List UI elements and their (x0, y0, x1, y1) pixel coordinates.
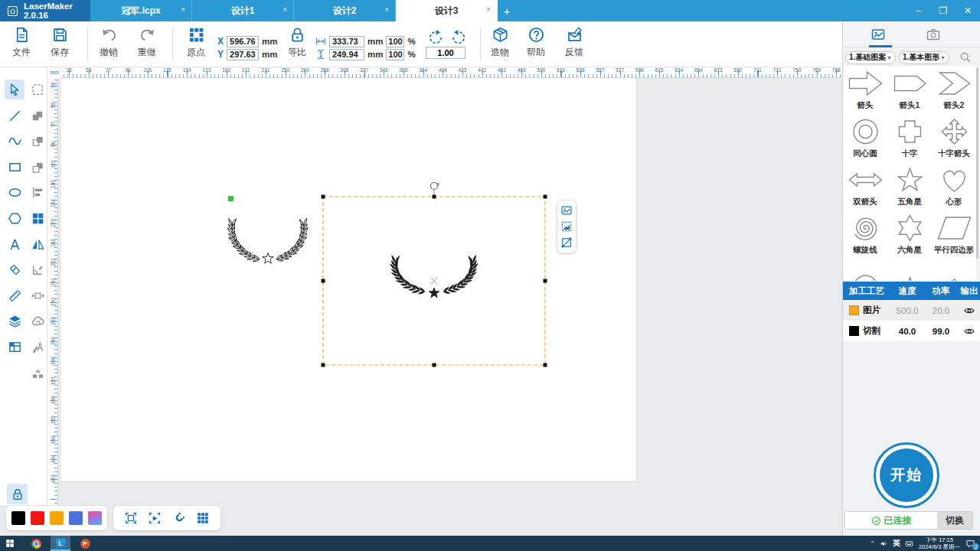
color-swatch[interactable] (50, 511, 64, 525)
rotate-ccw-button[interactable] (427, 29, 444, 46)
switch-device-button[interactable]: 切换 (937, 512, 972, 529)
expand-tool[interactable] (28, 285, 47, 305)
origin-button[interactable]: 原点 (179, 26, 213, 59)
layer-color-swatch[interactable] (849, 326, 859, 336)
select-tool[interactable] (5, 80, 24, 99)
hidden-icons-chevron[interactable]: ⌃ (870, 540, 875, 547)
image-tool[interactable] (560, 204, 573, 217)
snap-magnet-tool[interactable] (172, 511, 186, 525)
width-percent-input[interactable] (386, 36, 404, 47)
undo-button[interactable]: 撤销 (92, 26, 126, 59)
color-swatch[interactable] (31, 511, 44, 525)
touch-keyboard-icon[interactable] (905, 540, 913, 548)
camera-tab[interactable] (926, 27, 942, 44)
fit-view-tool[interactable] (148, 511, 162, 525)
shape-chevron[interactable]: 箭头2 (932, 66, 976, 114)
close-tab-icon[interactable]: × (181, 5, 185, 15)
shape-triangle[interactable] (887, 259, 932, 281)
height-input[interactable] (329, 49, 364, 60)
search-icon[interactable] (959, 51, 972, 64)
gallery-scrollbar[interactable] (976, 67, 978, 259)
canvas-drawing[interactable] (47, 67, 842, 505)
ellipse-tool[interactable] (5, 182, 24, 202)
shape-star6[interactable]: 六角星 (887, 210, 932, 259)
start-button[interactable]: 开始 (874, 442, 939, 508)
presentation-taskbar-icon[interactable]: P (75, 536, 95, 551)
minimize-button[interactable]: – (906, 0, 931, 21)
eraser-tool[interactable] (5, 259, 24, 279)
redo-button[interactable]: 重做 (130, 26, 164, 59)
array-tool[interactable] (28, 208, 47, 228)
shape-heart[interactable]: 心形 (932, 162, 976, 210)
document-tab[interactable]: 设计3× (396, 0, 498, 21)
weld-tool[interactable] (28, 363, 47, 383)
maximize-button[interactable]: ❐ (931, 0, 956, 21)
shape-parallelogram[interactable]: 平行四边形 (932, 210, 976, 259)
volume-icon[interactable] (880, 540, 888, 548)
pen-text-tool[interactable] (28, 337, 47, 357)
shape-spiral[interactable]: 螺旋线 (843, 210, 887, 259)
line-tool[interactable] (5, 106, 24, 126)
y-position-input[interactable] (227, 49, 259, 60)
rotate-step-input[interactable] (426, 47, 466, 59)
shape-cross-arrows[interactable]: 十字箭头 (932, 114, 976, 162)
close-button[interactable]: ✕ (956, 0, 980, 21)
notification-center-button[interactable]: 2 (965, 539, 977, 549)
rectangle-tool[interactable] (5, 157, 24, 177)
ruler-tool[interactable] (5, 285, 24, 305)
close-tab-icon[interactable]: × (486, 5, 491, 15)
mirror-tool[interactable] (28, 234, 47, 254)
lock-canvas-button[interactable] (7, 484, 28, 504)
lasermaker-taskbar-icon[interactable]: L (51, 536, 70, 551)
grid-toggle[interactable] (196, 511, 210, 525)
shape-circle[interactable] (843, 259, 887, 281)
proportional-lock-button[interactable]: 等比 (280, 26, 314, 59)
layer-color-swatch[interactable] (849, 305, 859, 315)
new-tab-button[interactable]: + (498, 0, 516, 21)
shape-arrow-pentagon[interactable]: 箭头1 (887, 66, 932, 114)
x-position-input[interactable] (227, 36, 259, 47)
image-crop-tool[interactable] (560, 236, 573, 249)
category-select[interactable]: 1.基础图案▼ (845, 51, 896, 64)
browser-taskbar-icon[interactable] (26, 536, 46, 551)
home-icon[interactable] (7, 5, 18, 17)
close-tab-icon[interactable]: × (384, 5, 389, 15)
height-percent-input[interactable] (386, 49, 404, 60)
start-menu-button[interactable] (0, 536, 20, 551)
process-row[interactable]: 图片500.020.0 (843, 300, 980, 321)
maker-button[interactable]: 造物 (483, 26, 517, 59)
document-tab[interactable]: 设计2× (294, 0, 396, 21)
shape-arrow-right[interactable]: 箭头 (843, 66, 887, 114)
image-trace-tool[interactable] (560, 220, 573, 233)
gallery-tab[interactable] (871, 27, 887, 44)
save-button[interactable]: 保存 (43, 26, 77, 59)
shape-double-arrow[interactable]: 双箭头 (843, 162, 887, 210)
document-tab[interactable]: 设计1× (192, 0, 294, 21)
frame-crop-tool[interactable] (124, 511, 138, 525)
color-swatch[interactable] (88, 511, 102, 525)
layers-tool[interactable] (5, 311, 24, 331)
feedback-button[interactable]: 反馈 (557, 26, 591, 59)
align-tool[interactable] (28, 182, 47, 202)
shape-pentagon[interactable] (932, 259, 976, 281)
document-tab[interactable]: 冠军.lcpx× (90, 0, 192, 21)
marquee-select-tool[interactable] (28, 80, 47, 99)
process-row[interactable]: 切割40.099.0 (843, 321, 980, 341)
visibility-eye-icon[interactable] (958, 325, 980, 337)
taskbar-clock[interactable]: 下午 17:15 2024/6/3 星期一 (918, 536, 961, 550)
shape-concentric-circles[interactable]: 同心圆 (843, 114, 887, 162)
ime-indicator[interactable]: 英 (893, 538, 900, 549)
union-tool[interactable] (28, 106, 47, 126)
table-tool[interactable] (5, 337, 24, 357)
subtract-tool[interactable] (28, 157, 47, 177)
subcategory-select[interactable]: 1.基本图形▼ (899, 51, 949, 64)
color-swatch[interactable] (11, 511, 25, 525)
text-tool[interactable] (5, 234, 24, 254)
curve-tool[interactable] (5, 131, 24, 151)
cloud-tool[interactable] (28, 311, 47, 331)
help-button[interactable]: 帮助 (519, 26, 553, 59)
width-input[interactable] (329, 36, 364, 47)
intersect-tool[interactable] (28, 131, 47, 151)
shape-cross[interactable]: 十字 (887, 114, 932, 162)
close-tab-icon[interactable]: × (283, 5, 287, 15)
